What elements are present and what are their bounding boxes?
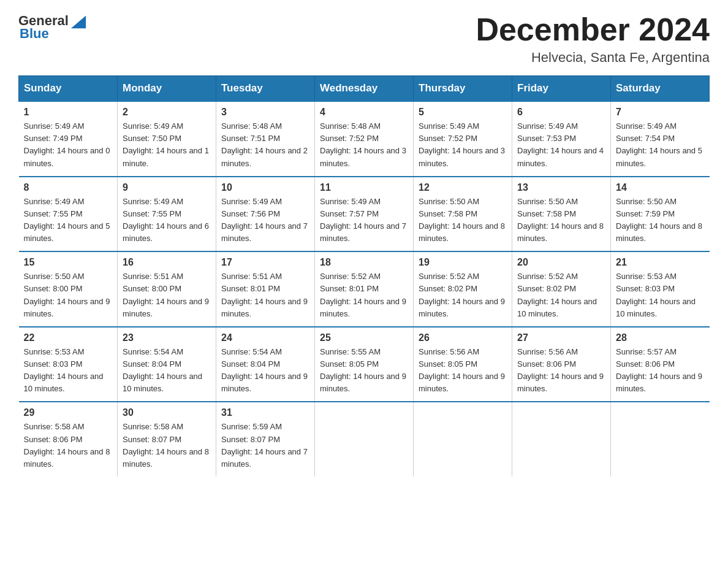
day-info: Sunrise: 5:54 AMSunset: 8:04 PMDaylight:… (221, 347, 308, 393)
day-number: 4 (320, 107, 408, 118)
day-number: 20 (517, 257, 605, 268)
day-info: Sunrise: 5:49 AMSunset: 7:53 PMDaylight:… (517, 121, 604, 167)
calendar-cell: 7 Sunrise: 5:49 AMSunset: 7:54 PMDayligh… (611, 101, 710, 177)
day-number: 23 (123, 332, 211, 343)
logo-triangle-icon (70, 12, 87, 29)
calendar-cell: 4 Sunrise: 5:48 AMSunset: 7:52 PMDayligh… (315, 101, 414, 177)
title-block: December 2024 Helvecia, Santa Fe, Argent… (476, 12, 710, 66)
col-tuesday: Tuesday (216, 76, 315, 102)
calendar-cell: 18 Sunrise: 5:52 AMSunset: 8:01 PMDaylig… (315, 251, 414, 327)
calendar-cell (315, 402, 414, 477)
calendar-cell: 28 Sunrise: 5:57 AMSunset: 8:06 PMDaylig… (611, 327, 710, 402)
day-number: 9 (123, 182, 211, 193)
header-row: Sunday Monday Tuesday Wednesday Thursday… (19, 76, 710, 102)
calendar-week-row: 29 Sunrise: 5:58 AMSunset: 8:06 PMDaylig… (19, 402, 710, 477)
day-info: Sunrise: 5:52 AMSunset: 8:01 PMDaylight:… (320, 272, 406, 318)
calendar-week-row: 8 Sunrise: 5:49 AMSunset: 7:55 PMDayligh… (19, 177, 710, 252)
day-number: 24 (221, 332, 309, 343)
page-header: General Blue December 2024 Helvecia, San… (18, 12, 710, 66)
day-number: 6 (517, 107, 605, 118)
day-number: 26 (419, 332, 507, 343)
day-info: Sunrise: 5:50 AMSunset: 8:00 PMDaylight:… (24, 272, 110, 318)
day-info: Sunrise: 5:49 AMSunset: 7:52 PMDaylight:… (419, 121, 505, 167)
col-saturday: Saturday (611, 76, 710, 102)
day-number: 8 (24, 182, 113, 193)
day-info: Sunrise: 5:54 AMSunset: 8:04 PMDaylight:… (123, 347, 202, 393)
day-number: 30 (123, 407, 211, 418)
calendar-cell: 2 Sunrise: 5:49 AMSunset: 7:50 PMDayligh… (118, 101, 216, 177)
calendar-week-row: 22 Sunrise: 5:53 AMSunset: 8:03 PMDaylig… (19, 327, 710, 402)
month-title: December 2024 (476, 12, 710, 47)
calendar-cell: 8 Sunrise: 5:49 AMSunset: 7:55 PMDayligh… (19, 177, 118, 252)
day-info: Sunrise: 5:56 AMSunset: 8:06 PMDaylight:… (517, 347, 604, 393)
calendar-cell: 22 Sunrise: 5:53 AMSunset: 8:03 PMDaylig… (19, 327, 118, 402)
calendar-cell: 5 Sunrise: 5:49 AMSunset: 7:52 PMDayligh… (414, 101, 512, 177)
day-number: 21 (616, 257, 705, 268)
calendar-cell: 17 Sunrise: 5:51 AMSunset: 8:01 PMDaylig… (216, 251, 315, 327)
day-number: 1 (24, 107, 113, 118)
day-number: 11 (320, 182, 408, 193)
col-wednesday: Wednesday (315, 76, 414, 102)
calendar-table: Sunday Monday Tuesday Wednesday Thursday… (18, 75, 710, 477)
day-number: 19 (419, 257, 507, 268)
calendar-cell: 12 Sunrise: 5:50 AMSunset: 7:58 PMDaylig… (414, 177, 512, 252)
day-info: Sunrise: 5:52 AMSunset: 8:02 PMDaylight:… (419, 272, 505, 318)
day-info: Sunrise: 5:57 AMSunset: 8:06 PMDaylight:… (616, 347, 702, 393)
calendar-cell: 16 Sunrise: 5:51 AMSunset: 8:00 PMDaylig… (118, 251, 216, 327)
calendar-cell: 20 Sunrise: 5:52 AMSunset: 8:02 PMDaylig… (512, 251, 611, 327)
day-info: Sunrise: 5:59 AMSunset: 8:07 PMDaylight:… (221, 422, 308, 468)
calendar-week-row: 1 Sunrise: 5:49 AMSunset: 7:49 PMDayligh… (19, 101, 710, 177)
day-info: Sunrise: 5:49 AMSunset: 7:49 PMDaylight:… (24, 121, 110, 167)
calendar-cell: 26 Sunrise: 5:56 AMSunset: 8:05 PMDaylig… (414, 327, 512, 402)
day-number: 28 (616, 332, 705, 343)
day-number: 17 (221, 257, 309, 268)
col-thursday: Thursday (414, 76, 512, 102)
calendar-body: 1 Sunrise: 5:49 AMSunset: 7:49 PMDayligh… (19, 101, 710, 477)
day-info: Sunrise: 5:49 AMSunset: 7:50 PMDaylight:… (123, 121, 209, 167)
day-number: 15 (24, 257, 113, 268)
day-info: Sunrise: 5:51 AMSunset: 8:00 PMDaylight:… (123, 272, 209, 318)
calendar-cell: 27 Sunrise: 5:56 AMSunset: 8:06 PMDaylig… (512, 327, 611, 402)
day-info: Sunrise: 5:58 AMSunset: 8:07 PMDaylight:… (123, 422, 209, 468)
day-number: 2 (123, 107, 211, 118)
day-info: Sunrise: 5:48 AMSunset: 7:52 PMDaylight:… (320, 121, 406, 167)
day-info: Sunrise: 5:51 AMSunset: 8:01 PMDaylight:… (221, 272, 308, 318)
day-info: Sunrise: 5:50 AMSunset: 7:59 PMDaylight:… (616, 197, 702, 243)
calendar-cell: 29 Sunrise: 5:58 AMSunset: 8:06 PMDaylig… (19, 402, 118, 477)
logo-text-blue: Blue (20, 26, 49, 41)
calendar-cell: 30 Sunrise: 5:58 AMSunset: 8:07 PMDaylig… (118, 402, 216, 477)
calendar-cell (512, 402, 611, 477)
calendar-cell: 31 Sunrise: 5:59 AMSunset: 8:07 PMDaylig… (216, 402, 315, 477)
day-info: Sunrise: 5:53 AMSunset: 8:03 PMDaylight:… (616, 272, 696, 318)
day-info: Sunrise: 5:58 AMSunset: 8:06 PMDaylight:… (24, 422, 110, 468)
col-monday: Monday (118, 76, 216, 102)
location-subtitle: Helvecia, Santa Fe, Argentina (476, 50, 710, 66)
calendar-cell (414, 402, 512, 477)
day-info: Sunrise: 5:52 AMSunset: 8:02 PMDaylight:… (517, 272, 597, 318)
calendar-cell (611, 402, 710, 477)
day-number: 12 (419, 182, 507, 193)
calendar-cell: 21 Sunrise: 5:53 AMSunset: 8:03 PMDaylig… (611, 251, 710, 327)
day-info: Sunrise: 5:53 AMSunset: 8:03 PMDaylight:… (24, 347, 104, 393)
day-number: 31 (221, 407, 309, 418)
day-info: Sunrise: 5:48 AMSunset: 7:51 PMDaylight:… (221, 121, 308, 167)
day-number: 18 (320, 257, 408, 268)
svg-marker-0 (71, 16, 86, 29)
day-number: 13 (517, 182, 605, 193)
day-number: 10 (221, 182, 309, 193)
day-info: Sunrise: 5:49 AMSunset: 7:55 PMDaylight:… (24, 197, 110, 243)
calendar-cell: 25 Sunrise: 5:55 AMSunset: 8:05 PMDaylig… (315, 327, 414, 402)
day-number: 22 (24, 332, 113, 343)
day-number: 16 (123, 257, 211, 268)
day-number: 3 (221, 107, 309, 118)
calendar-cell: 13 Sunrise: 5:50 AMSunset: 7:58 PMDaylig… (512, 177, 611, 252)
day-number: 5 (419, 107, 507, 118)
calendar-cell: 6 Sunrise: 5:49 AMSunset: 7:53 PMDayligh… (512, 101, 611, 177)
day-number: 25 (320, 332, 408, 343)
day-info: Sunrise: 5:50 AMSunset: 7:58 PMDaylight:… (517, 197, 604, 243)
calendar-cell: 3 Sunrise: 5:48 AMSunset: 7:51 PMDayligh… (216, 101, 315, 177)
day-info: Sunrise: 5:55 AMSunset: 8:05 PMDaylight:… (320, 347, 406, 393)
calendar-cell: 23 Sunrise: 5:54 AMSunset: 8:04 PMDaylig… (118, 327, 216, 402)
calendar-cell: 14 Sunrise: 5:50 AMSunset: 7:59 PMDaylig… (611, 177, 710, 252)
calendar-cell: 11 Sunrise: 5:49 AMSunset: 7:57 PMDaylig… (315, 177, 414, 252)
